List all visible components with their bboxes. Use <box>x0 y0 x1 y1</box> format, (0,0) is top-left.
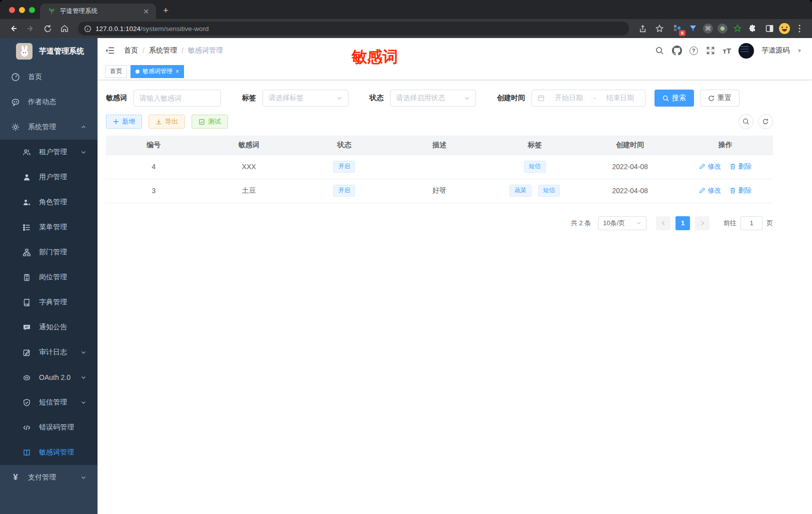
chevron-up-icon <box>80 124 86 130</box>
sidebar-item-dict[interactable]: 字典管理 <box>0 290 98 315</box>
filter-tag: 标签 请选择标签 <box>242 90 348 107</box>
sidebar-item-oauth[interactable]: OAuth 2.0 <box>0 365 98 390</box>
url-bar[interactable]: 127.0.0.1:1024/system/sensitive-word <box>78 22 629 36</box>
filter-create-time: 创建时间 开始日期 - 结束日期 <box>497 90 646 107</box>
refresh-table-icon[interactable] <box>758 114 773 129</box>
tag-view-sensitive-word[interactable]: 敏感词管理 × <box>130 65 184 78</box>
sidebar-item-sensitive-word[interactable]: 敏感词管理 <box>0 440 98 465</box>
forward-icon[interactable] <box>23 21 38 36</box>
status-select[interactable]: 请选择启用状态 <box>390 90 476 107</box>
col-desc: 描述 <box>392 136 488 155</box>
search-button[interactable]: 搜索 <box>654 90 694 107</box>
extension-green-star-icon[interactable] <box>732 23 743 34</box>
sidebar-item-pay[interactable]: ¥ 支付管理 <box>0 465 98 490</box>
tenant-users-icon <box>22 148 31 157</box>
extensions-puzzle-icon[interactable] <box>745 21 760 36</box>
sidebar-item-role[interactable]: 角色管理 <box>0 190 98 215</box>
sidebar-item-home[interactable]: 首页 <box>0 65 98 90</box>
sidebar-item-tenant[interactable]: 租户管理 <box>0 140 98 165</box>
user-caret-down-icon[interactable]: ▼ <box>797 48 802 54</box>
side-panel-icon[interactable] <box>762 21 777 36</box>
header-search-icon[interactable] <box>654 46 664 56</box>
sidebar-item-audit-log[interactable]: 审计日志 <box>0 340 98 365</box>
zoom-window-button[interactable] <box>29 7 35 13</box>
font-size-icon[interactable]: тT <box>723 47 732 55</box>
sidebar-item-system[interactable]: 系统管理 <box>0 115 98 140</box>
user-name[interactable]: 芋道源码 <box>762 46 790 55</box>
date-range-picker[interactable]: 开始日期 - 结束日期 <box>532 90 646 107</box>
page-size-select[interactable]: 10条/页 <box>598 216 646 230</box>
help-icon[interactable]: ? <box>690 47 698 55</box>
minimize-window-button[interactable] <box>19 7 25 13</box>
pay-yen-icon: ¥ <box>11 473 20 482</box>
sidebar-item-post[interactable]: 岗位管理 <box>0 265 98 290</box>
table-tools <box>738 114 773 129</box>
dict-book-icon <box>22 298 31 307</box>
delete-link[interactable]: 删除 <box>730 162 752 171</box>
extension-command-icon[interactable]: ⌘ <box>703 24 713 34</box>
tab-close-icon[interactable]: ✕ <box>141 7 151 16</box>
user-avatar[interactable] <box>738 43 754 59</box>
goto-page-input[interactable] <box>740 216 762 230</box>
github-icon[interactable] <box>672 46 682 56</box>
cell-desc: 好呀 <box>392 179 488 203</box>
close-window-button[interactable] <box>9 7 15 13</box>
menu-tree-icon <box>22 223 31 232</box>
sensitive-word-table: 编号 敏感词 状态 描述 标签 创建时间 操作 4 XXX <box>106 136 773 203</box>
new-tab-button[interactable]: + <box>163 5 168 19</box>
tag-select[interactable]: 请选择标签 <box>262 90 348 107</box>
breadcrumb-home[interactable]: 首页 <box>124 46 138 55</box>
page-number-current[interactable]: 1 <box>676 216 690 230</box>
extension-funnel-icon[interactable] <box>688 23 698 34</box>
breadcrumb: 首页 / 系统管理 / 敏感词管理 <box>124 46 223 55</box>
cell-word: XXX <box>202 155 297 179</box>
col-created: 创建时间 <box>582 136 678 155</box>
sidebar-item-dept[interactable]: 部门管理 <box>0 240 98 265</box>
navbar-right-tools: ? тT 芋道源码 ▼ <box>654 43 802 59</box>
app-navbar: 首页 / 系统管理 / 敏感词管理 ? <box>98 38 812 63</box>
fullscreen-icon[interactable] <box>706 46 716 56</box>
prev-page-icon[interactable] <box>656 216 670 230</box>
sidebar-item-sms[interactable]: 短信管理 <box>0 390 98 415</box>
test-button[interactable]: 测试 <box>192 115 228 129</box>
breadcrumb-separator: / <box>142 47 144 55</box>
extension-badge: 9 <box>679 30 686 36</box>
browser-tab[interactable]: 芋道管理系统 ✕ <box>40 4 156 19</box>
sidebar-item-author-news[interactable]: 作者动态 <box>0 90 98 115</box>
breadcrumb-system[interactable]: 系统管理 <box>149 46 177 55</box>
extension-grid-icon[interactable]: 9 <box>672 23 683 34</box>
delete-link[interactable]: 删除 <box>730 186 752 195</box>
sidebar-collapse-icon[interactable] <box>105 45 116 56</box>
chat-icon <box>11 98 20 107</box>
sidebar-item-errorcode[interactable]: 错误码管理 <box>0 415 98 440</box>
toggle-search-icon[interactable] <box>738 114 754 129</box>
edit-link[interactable]: 修改 <box>699 162 721 171</box>
next-page-icon[interactable] <box>695 216 710 230</box>
export-button[interactable]: 导出 <box>148 115 185 129</box>
status-badge: 开启 <box>333 161 355 173</box>
add-button[interactable]: 新增 <box>106 115 142 129</box>
bookmark-star-icon[interactable] <box>652 21 667 36</box>
chevron-down-icon <box>80 349 86 355</box>
tag-close-icon[interactable]: × <box>176 68 179 75</box>
browser-menu-kebab-icon[interactable] <box>792 21 807 36</box>
edit-link[interactable]: 修改 <box>699 186 721 195</box>
extension-record-icon[interactable] <box>718 24 728 34</box>
reset-button[interactable]: 重置 <box>700 90 740 107</box>
oauth-robot-icon <box>22 373 31 382</box>
tag-badge: 短信 <box>524 161 546 173</box>
sidebar-item-notice[interactable]: 通知公告 <box>0 315 98 340</box>
back-icon[interactable] <box>6 21 21 36</box>
profile-avatar-emoji[interactable] <box>779 23 790 34</box>
sidebar-item-user[interactable]: 用户管理 <box>0 165 98 190</box>
tag-view-home[interactable]: 首页 <box>105 65 127 78</box>
sidebar-item-menu[interactable]: 菜单管理 <box>0 215 98 240</box>
app-logo-row[interactable]: 芋道管理系统 <box>0 38 98 65</box>
keyword-input[interactable] <box>140 94 215 102</box>
reload-icon[interactable] <box>40 21 55 36</box>
share-icon[interactable] <box>635 21 650 36</box>
site-info-icon[interactable] <box>84 25 92 33</box>
col-operations: 操作 <box>678 136 773 155</box>
pagination: 共 2 条 10条/页 1 前往 页 <box>106 216 773 230</box>
home-icon[interactable] <box>57 21 72 36</box>
